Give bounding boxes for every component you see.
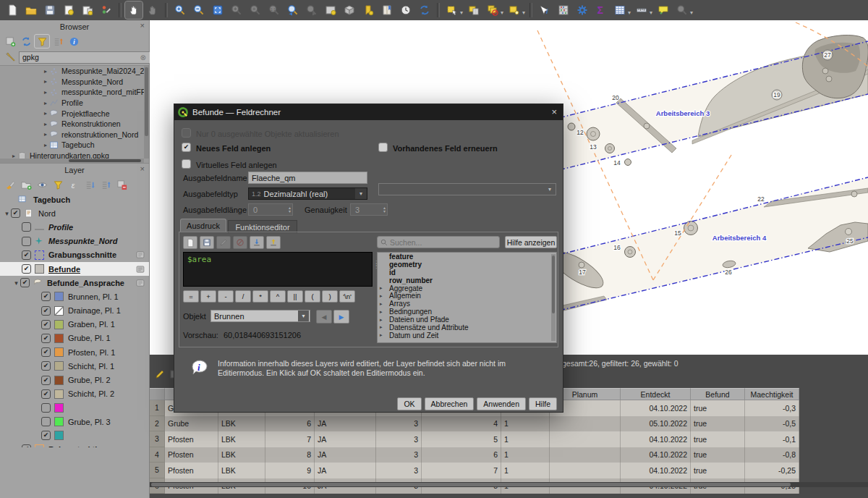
layer-item[interactable]: Schicht, Pl. 2 [0,387,149,401]
function-list-item[interactable]: ▸Aggregate [378,284,556,292]
browser-item[interactable]: ▸messpunkte_nord_mitFP [0,87,149,98]
layer-item[interactable]: Schicht, Pl. 1 [0,359,149,373]
row-number[interactable]: 3 [150,431,165,447]
new-expression-icon[interactable] [183,236,197,249]
edit-widget-badge[interactable] [136,279,145,287]
operator-button[interactable]: '\n' [339,290,355,303]
new-project-icon[interactable] [4,1,21,19]
browser-item[interactable]: ▸Projektflaeche [0,108,149,119]
layer-checkbox[interactable] [41,417,51,426]
anwenden-button[interactable]: Anwenden [477,397,526,410]
pan-map-icon[interactable] [125,1,142,19]
output-length-spinner[interactable]: 0▴▾ [248,203,293,216]
expander-icon[interactable]: ▾ [3,210,11,217]
dropdown-caret-icon[interactable]: ▾ [460,9,463,16]
function-list-scrollbar[interactable] [551,254,556,341]
browser-item[interactable]: ▸Rekonstruktionen [0,119,149,130]
create-new-field-checkbox[interactable] [182,143,191,152]
zoom-full-icon[interactable] [209,1,226,19]
layer-checkbox[interactable] [41,389,51,399]
table-cell[interactable] [550,416,621,432]
table-cell[interactable]: 1 [501,416,550,432]
layer-item[interactable]: ▾Befunde_Ansprache [0,276,149,290]
row-number[interactable]: 1 [150,400,165,416]
operator-button[interactable]: || [287,290,303,303]
toggle-editing-icon[interactable] [153,368,167,381]
hilfe-button[interactable]: Hilfe [529,397,557,410]
table-cell[interactable]: 6 [265,416,315,432]
column-header[interactable]: Maechtigkeit [745,388,799,400]
layer-checkbox[interactable] [22,222,31,232]
table-cell[interactable]: 7 [422,463,501,478]
select-features-icon[interactable] [443,1,461,19]
new-map-view-icon[interactable] [322,1,339,19]
dropdown-caret-icon[interactable]: ▾ [522,9,525,16]
layer-checkbox[interactable] [41,403,51,413]
table-cell[interactable]: JA [315,447,376,463]
table-cell[interactable]: 1 [501,431,550,447]
table-cell[interactable]: LBK [218,463,265,478]
refresh-icon[interactable] [416,1,433,19]
table-cell[interactable]: -0,8 [745,447,799,463]
refresh-browser-icon[interactable] [19,35,33,48]
table-cell[interactable]: JA [315,463,376,478]
function-list-item[interactable]: feature [378,253,556,261]
field-calculator-icon[interactable] [555,1,572,19]
new-bookmark-icon[interactable] [359,1,377,19]
collapse-all-icon[interactable] [51,35,65,48]
table-cell[interactable]: 7 [265,431,315,447]
table-cell[interactable]: true [691,463,745,478]
layer-checkbox[interactable] [22,250,31,260]
operator-button[interactable]: - [218,290,234,303]
new-print-layout-icon[interactable] [60,1,77,19]
identify-icon[interactable]: i [536,1,553,19]
measure-icon[interactable] [633,1,650,19]
existing-field-dropdown[interactable]: ▾ [378,183,556,195]
layer-item[interactable]: Pfosten, Pl. 1 [0,345,149,359]
table-cell[interactable]: 1 [501,447,550,463]
zoom-next-icon[interactable] [303,1,320,19]
table-hscrollbar[interactable] [150,482,868,487]
layer-checkbox[interactable] [22,264,31,274]
browser-search-input[interactable] [19,51,150,64]
table-cell[interactable]: JA [315,431,376,447]
operator-button[interactable]: + [200,290,216,303]
expression-editor[interactable]: $area [183,252,373,287]
operator-button[interactable]: / [235,290,251,303]
layer-item[interactable]: Messpunkte_Nord [0,235,149,248]
table-cell[interactable]: 3 [376,463,422,478]
table-cell[interactable]: 3 [376,416,422,432]
table-row[interactable]: 2GrubeLBK6JA34105.10.2022true-0,5 [150,416,799,432]
abbrechen-button[interactable]: Abbrechen [425,397,475,410]
operator-button[interactable]: = [183,290,199,303]
layer-item[interactable]: Drainage, Pl. 1 [0,304,149,318]
save-expression-icon[interactable] [200,236,214,249]
function-list-item[interactable]: ▸Dateien und Pfade [378,316,556,324]
zoom-last-icon[interactable] [284,1,302,19]
dialog-close-icon[interactable]: × [551,106,557,117]
operator-button[interactable]: ) [322,290,338,303]
previous-feature-button[interactable]: ◀ [316,310,332,324]
browser-vscrollbar[interactable] [144,66,149,159]
layer-item[interactable]: Profile [0,220,149,234]
layer-close-icon[interactable]: × [140,164,145,173]
row-number[interactable]: 5 [150,463,165,478]
update-existing-checkbox[interactable] [378,143,388,152]
wrench-icon[interactable] [3,51,17,64]
layer-item[interactable]: Rekonstruktionen [0,442,149,447]
import-expression-icon[interactable] [250,236,264,249]
table-cell[interactable]: JA [315,416,376,432]
table-cell[interactable]: Pfosten [165,447,218,463]
dropdown-caret-icon[interactable]: ▾ [628,9,631,16]
expand-all-icon[interactable] [82,178,97,191]
show-help-button[interactable]: Hilfe anzeigen [505,236,557,248]
browser-item[interactable]: ▸Tagebuch [0,140,149,151]
table-cell[interactable]: -0,1 [745,431,799,447]
browser-close-icon[interactable]: × [140,21,145,30]
layer-checkbox[interactable] [41,320,51,329]
browser-hscrollbar[interactable] [0,159,144,163]
layer-item[interactable] [0,429,149,442]
map-tips-icon[interactable] [655,1,672,19]
layer-checkbox[interactable] [41,334,51,343]
function-list-item[interactable]: ▸Arrays [378,300,556,308]
